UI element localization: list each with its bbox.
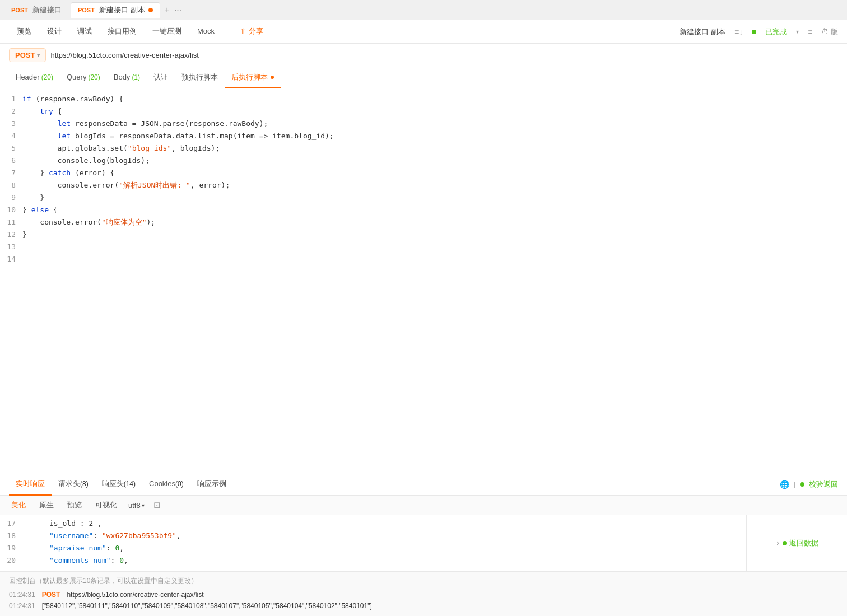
code-line-8: 8 console.error("解析JSON时出错: ", error); [0, 179, 847, 192]
resp-btn-visual[interactable]: 可视化 [93, 499, 119, 511]
nav-tabs: Header (20) Query (20) Body (1) 认证 预执行脚本… [0, 67, 847, 88]
code-line-12: 12 } [0, 228, 847, 241]
toolbar-time-icon: ⏱ 版 [821, 27, 838, 37]
toolbar-preview[interactable]: 预览 [9, 20, 39, 44]
globe-icon: 🌐 [780, 480, 789, 489]
encoding-label: utf8 [128, 501, 141, 510]
json-line-20: 20 "comments_num": 0, [0, 554, 847, 567]
response-toolbar: 美化 原生 预览 可视化 utf8 ▾ ⊡ [0, 496, 847, 515]
nav-body-count: (1) [132, 73, 140, 81]
response-json: 17 is_old : 2 , 18 "username": "wx627bba… [0, 515, 847, 571]
console-line-2: 01:24:31 ["5840112","5840111","5840110",… [9, 600, 838, 612]
unsaved-indicator [148, 8, 153, 12]
top-toolbar: 预览 设计 调试 接口用例 一键压测 Mock ⇧ 分享 新建接口 副本 ≡↓ … [0, 20, 847, 44]
resp-btn-beautify[interactable]: 美化 [9, 499, 28, 511]
copy-icon[interactable]: ⊡ [153, 500, 161, 510]
status-label: 已完成 [765, 27, 787, 37]
code-line-2: 2 try { [0, 105, 847, 118]
nav-tab-body[interactable]: Body (1) [107, 67, 147, 88]
bottom-panel: 实时响应 请求头(8) 响应头(14) Cookies(0) 响应示例 🌐 | … [0, 473, 847, 571]
toolbar-right: 新建接口 副本 ≡↓ 已完成 ▾ ≡ ⏱ 版 [680, 27, 838, 37]
more-tabs-button[interactable]: ··· [174, 5, 182, 15]
nav-tab-auth[interactable]: 认证 [147, 67, 175, 88]
return-data-label: 返回数据 [789, 537, 818, 549]
code-line-4: 4 let blogIds = responseData.data.list.m… [0, 130, 847, 142]
tab2-label: 新建接口 副本 [99, 5, 145, 15]
cookies-count: (0) [175, 480, 184, 488]
toolbar-list-icon: ≡ [808, 27, 812, 36]
method-select[interactable]: POST ▾ [9, 48, 46, 62]
toolbar-mock[interactable]: Mock [189, 20, 222, 44]
response-tab-request-headers[interactable]: 请求头(8) [52, 473, 95, 496]
return-data-panel: › 返回数据 [746, 515, 847, 571]
nav-tab-header[interactable]: Header (20) [9, 67, 60, 88]
console-time-1: 01:24:31 [9, 591, 35, 599]
toolbar-stress[interactable]: 一键压测 [145, 20, 189, 44]
toolbar-divider [227, 27, 227, 37]
encoding-chevron: ▾ [142, 502, 145, 508]
method-chevron: ▾ [37, 52, 40, 58]
code-line-10: 10 } else { [0, 204, 847, 216]
nav-header-label: Header [16, 73, 40, 81]
verify-return-btn[interactable]: 校验返回 [809, 479, 838, 489]
code-line-3: 3 let responseData = JSON.parse(response… [0, 118, 847, 130]
code-line-7: 7 } catch (error) { [0, 167, 847, 179]
main-content: 预览 设计 调试 接口用例 一键压测 Mock ⇧ 分享 新建接口 副本 ≡↓ … [0, 20, 847, 616]
toolbar-design[interactable]: 设计 [39, 20, 69, 44]
resp-btn-preview[interactable]: 预览 [65, 499, 84, 511]
code-editor[interactable]: 1 if (response.rawBody) { 2 try { 3 let … [0, 88, 847, 473]
nav-query-label: Query [67, 73, 86, 81]
console-time-2: 01:24:31 [9, 602, 35, 610]
req-headers-count: (8) [80, 480, 89, 488]
console-hint: 回控制台（默认最多展示10条记录，可以在设置中自定义更改） [9, 576, 838, 586]
tab1-label: 新建接口 [32, 5, 62, 15]
req-headers-label: 请求头 [58, 479, 80, 489]
response-tab-cookies[interactable]: Cookies(0) [142, 473, 190, 496]
code-line-5: 5 apt.globals.set("blog_ids", blogIds); [0, 142, 847, 155]
url-input[interactable] [50, 51, 838, 59]
method-label: POST [15, 51, 35, 59]
response-tabs: 实时响应 请求头(8) 响应头(14) Cookies(0) 响应示例 🌐 | … [0, 473, 847, 496]
nav-body-label: Body [114, 73, 131, 81]
resp-btn-raw[interactable]: 原生 [37, 499, 56, 511]
toolbar-sort-icon: ≡↓ [734, 27, 743, 36]
response-tab-examples[interactable]: 响应示例 [190, 473, 233, 496]
tab-name-display: 新建接口 副本 [680, 27, 725, 37]
tab2-method: POST [78, 7, 95, 13]
nav-post-script-label: 后执行脚本 [231, 72, 268, 82]
return-data-btn[interactable]: › 返回数据 [775, 537, 819, 549]
add-tab-button[interactable]: + [165, 5, 170, 15]
tab-2[interactable]: POST 新建接口 副本 [71, 2, 160, 18]
nav-tab-pre-script[interactable]: 预执行脚本 [175, 67, 225, 88]
tab-actions: + ··· [165, 5, 182, 15]
console-method-1: POST [42, 591, 61, 599]
tab-1[interactable]: POST 新建接口 [4, 2, 68, 18]
response-status-dot [800, 482, 804, 487]
post-script-dot [271, 76, 274, 79]
nav-tab-query[interactable]: Query (20) [60, 67, 107, 88]
console-area: 回控制台（默认最多展示10条记录，可以在设置中自定义更改） 01:24:31 P… [0, 571, 847, 616]
nav-tab-post-script[interactable]: 后执行脚本 [225, 67, 281, 88]
code-line-9: 9 } [0, 192, 847, 204]
toolbar-share[interactable]: ⇧ 分享 [232, 20, 271, 44]
response-tab-response-headers[interactable]: 响应头(14) [95, 473, 142, 496]
console-url-1: https://blog.51cto.com/creative-center-a… [67, 591, 203, 599]
console-line-1: 01:24:31 POST https://blog.51cto.com/cre… [9, 589, 838, 600]
response-right-section: 🌐 | 校验返回 [780, 479, 838, 489]
toolbar-debug[interactable]: 调试 [69, 20, 100, 44]
toolbar-examples[interactable]: 接口用例 [100, 20, 145, 44]
code-line-11: 11 console.error("响应体为空"); [0, 216, 847, 228]
nav-auth-label: 认证 [153, 72, 168, 82]
status-indicator [752, 30, 756, 34]
encoding-select[interactable]: utf8 ▾ [128, 501, 145, 510]
code-line-14: 14 [0, 253, 847, 265]
response-tab-realtime[interactable]: 实时响应 [9, 473, 52, 496]
url-bar: POST ▾ [0, 44, 847, 67]
cookies-label: Cookies [149, 479, 175, 488]
nav-query-count: (20) [88, 73, 100, 81]
nav-pre-script-label: 预执行脚本 [182, 72, 218, 82]
response-right-separator: | [794, 480, 795, 488]
status-dropdown-icon[interactable]: ▾ [796, 29, 799, 35]
tab1-method: POST [11, 7, 28, 13]
return-dot [783, 541, 787, 545]
